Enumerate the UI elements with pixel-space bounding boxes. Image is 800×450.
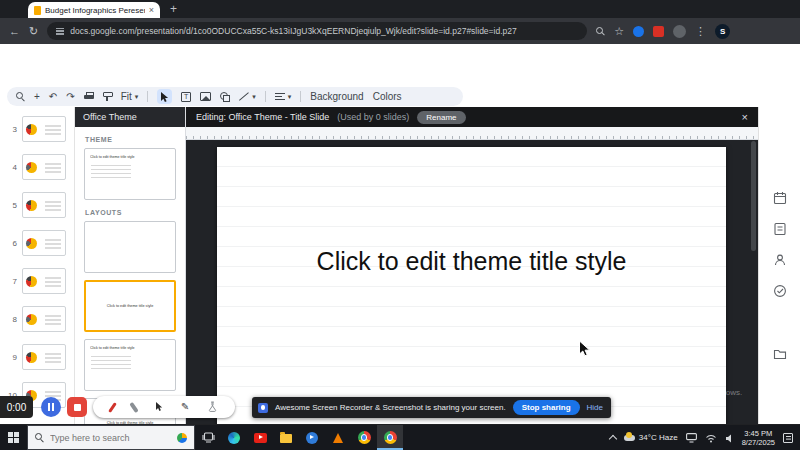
red-pen-tool-icon[interactable]: [108, 402, 117, 413]
search-menus-icon[interactable]: [16, 92, 25, 101]
pencil-tool-icon[interactable]: ✎: [181, 402, 189, 412]
recorder-pause-button[interactable]: [41, 397, 61, 417]
textbox-tool-icon[interactable]: T: [181, 92, 191, 102]
weather-widget[interactable]: 34°C Haze: [624, 433, 678, 442]
stop-sharing-button[interactable]: Stop sharing: [513, 400, 580, 415]
slide-thumbnail[interactable]: [22, 154, 66, 180]
extension-icon-blue[interactable]: [633, 26, 644, 37]
layout-thumbnail-title-selected[interactable]: Click to edit theme title style: [84, 280, 176, 332]
print-icon[interactable]: [84, 92, 94, 101]
browser-profile-avatar[interactable]: [673, 25, 686, 38]
back-icon[interactable]: ←: [9, 26, 20, 37]
browser-tab[interactable]: Budget Infographics Peresentat ×: [28, 2, 160, 18]
slide-editing-surface[interactable]: Click to edit theme title style: [217, 147, 726, 424]
layout-thumbnail-blank[interactable]: [84, 221, 176, 273]
edge-taskbar-icon[interactable]: [221, 425, 247, 450]
browser-tab-strip: Budget Infographics Peresentat × +: [0, 0, 800, 18]
text-align-icon: [275, 93, 285, 101]
text-align-tool[interactable]: ▾: [275, 93, 292, 101]
extension-icon-red[interactable]: [653, 26, 664, 37]
browser-nav-bar: ← ↻ docs.google.com/presentation/d/1co0O…: [0, 18, 800, 44]
filmstrip-slide-6[interactable]: 6: [0, 224, 74, 262]
bookmark-star-icon[interactable]: ☆: [614, 26, 624, 37]
weather-text: 34°C Haze: [639, 433, 678, 442]
taskbar-search[interactable]: [27, 425, 195, 450]
url-text: docs.google.com/presentation/d/1co0ODUCC…: [70, 26, 517, 36]
taskbar-clock[interactable]: 3:45 PM 8/27/2025: [742, 429, 775, 447]
volume-tray-icon[interactable]: [725, 429, 734, 447]
zoom-search-icon[interactable]: [596, 27, 605, 36]
chrome-active-taskbar-icon[interactable]: [377, 425, 403, 450]
thumb-lines: [91, 165, 131, 166]
editing-bar: Editing: Office Theme - Title Slide (Use…: [186, 107, 758, 127]
colors-button[interactable]: Colors: [373, 91, 402, 102]
paint-format-icon[interactable]: [103, 92, 112, 101]
zoom-select[interactable]: Fit ▾: [121, 91, 139, 102]
search-input[interactable]: [50, 433, 160, 443]
undo-icon[interactable]: ↶: [49, 91, 57, 102]
toolbar: + ↶ ↷ Fit ▾ T ▾ ▾ Background: [7, 87, 463, 106]
recorder-stop-button[interactable]: [67, 397, 87, 417]
filmstrip-slide-8[interactable]: 8: [0, 300, 74, 338]
slide-title-placeholder[interactable]: Click to edit theme title style: [217, 247, 726, 276]
slide-number: 7: [6, 277, 17, 286]
filmstrip-slide-7[interactable]: 7: [0, 262, 74, 300]
tab-close-icon[interactable]: ×: [149, 6, 154, 15]
monitor-tray-icon[interactable]: [686, 429, 697, 447]
start-button[interactable]: [0, 425, 27, 450]
wifi-tray-icon[interactable]: [705, 429, 717, 447]
search-highlights-icon: [177, 433, 187, 443]
new-tab-button[interactable]: +: [170, 0, 177, 18]
task-view-button[interactable]: [195, 425, 221, 450]
site-settings-icon[interactable]: [56, 28, 64, 35]
slide-thumbnail[interactable]: [22, 344, 66, 370]
tray-expand-icon[interactable]: [609, 435, 617, 443]
hide-link[interactable]: Hide: [587, 403, 603, 412]
cursor-tool-icon[interactable]: [155, 398, 163, 416]
filmstrip-slide-9[interactable]: 9: [0, 338, 74, 376]
keep-notes-icon[interactable]: [773, 222, 787, 240]
media-player-taskbar-icon[interactable]: [299, 425, 325, 450]
file-explorer-taskbar-icon[interactable]: [273, 425, 299, 450]
browser-account-avatar[interactable]: S: [715, 24, 730, 39]
chrome-taskbar-icon[interactable]: [351, 425, 377, 450]
youtube-taskbar-icon[interactable]: [247, 425, 273, 450]
select-tool[interactable]: [157, 89, 172, 104]
slides-header: Budget Infographics Peresentation File E…: [0, 44, 800, 85]
insert-image-icon[interactable]: [200, 92, 211, 101]
filmstrip-slide-5[interactable]: 5: [0, 186, 74, 224]
background-button[interactable]: Background: [310, 91, 363, 102]
marker-tool-icon[interactable]: [130, 401, 140, 412]
filmstrip-slide-4[interactable]: 4: [0, 148, 74, 186]
slide-number: 4: [6, 163, 17, 172]
close-theme-editor-icon[interactable]: ×: [742, 111, 748, 123]
theme-master-thumbnail[interactable]: Click to edit theme title style: [84, 148, 176, 200]
editor-canvas[interactable]: Editing: Office Theme - Title Slide (Use…: [186, 107, 758, 424]
workspace-side-panel: [758, 107, 800, 424]
rename-button[interactable]: Rename: [417, 111, 465, 124]
slide-thumbnail[interactable]: [22, 306, 66, 332]
flask-tool-icon[interactable]: [208, 398, 217, 416]
editing-label: Editing: Office Theme - Title Slide: [196, 112, 329, 122]
browser-menu-icon[interactable]: ⋮: [695, 26, 706, 37]
reload-icon[interactable]: ↻: [29, 26, 38, 37]
folder-icon[interactable]: [773, 346, 787, 364]
canvas-scrollbar[interactable]: [751, 141, 756, 251]
slide-thumbnail[interactable]: [22, 230, 66, 256]
slide-thumbnail[interactable]: [22, 268, 66, 294]
filmstrip-slide-3[interactable]: 3: [0, 110, 74, 148]
new-slide-icon[interactable]: +: [34, 91, 40, 102]
redo-icon[interactable]: ↷: [66, 91, 74, 102]
vlc-taskbar-icon[interactable]: [325, 425, 351, 450]
calendar-icon[interactable]: [773, 191, 787, 209]
layout-thumbnail-header[interactable]: Click to edit theme title style: [84, 339, 176, 391]
address-bar[interactable]: docs.google.com/presentation/d/1co0ODUCC…: [47, 22, 587, 40]
toolbar-divider: [147, 91, 148, 102]
slide-thumbnail[interactable]: [22, 116, 66, 142]
slide-thumbnail[interactable]: [22, 192, 66, 218]
tasks-icon[interactable]: [773, 284, 787, 302]
insert-line-tool[interactable]: ▾: [239, 92, 256, 102]
contacts-icon[interactable]: [773, 253, 787, 271]
insert-shape-icon[interactable]: [220, 92, 230, 102]
action-center-icon[interactable]: [783, 433, 793, 443]
